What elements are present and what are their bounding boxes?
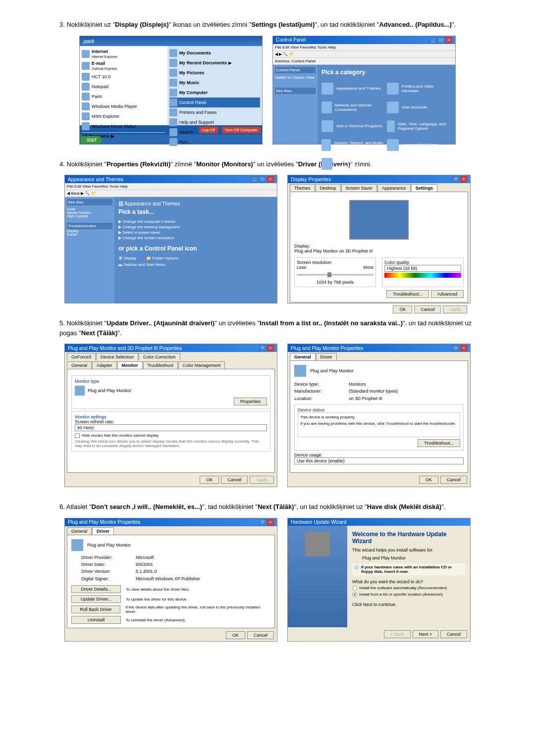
sm-help[interactable]: Help and Support	[169, 117, 260, 127]
sm-mm[interactable]: Windows Movie Maker	[82, 121, 165, 131]
cancel-button[interactable]: Cancel	[414, 305, 441, 313]
task-link[interactable]: ▶ Change the computer's theme	[118, 219, 273, 224]
minimize-icon[interactable]: _	[251, 176, 258, 182]
resolution-slider[interactable]	[297, 274, 374, 276]
tab-driver[interactable]: Driver	[92, 527, 114, 535]
menu-bar[interactable]: File Edit View Favorites Tools Help	[65, 183, 277, 190]
toolbar[interactable]: ◀ ▶ 🔍 📁	[273, 51, 455, 58]
cancel-button[interactable]: Cancel	[247, 631, 274, 639]
cat-users[interactable]: User Accounts	[387, 101, 451, 113]
side-link[interactable]: High Contrast	[67, 214, 112, 218]
tab-general[interactable]: General	[67, 361, 92, 369]
tab-colorcorr[interactable]: Color Correction	[139, 353, 180, 360]
sm-mycomp[interactable]: My Computer	[169, 88, 260, 98]
tab-geforce[interactable]: GeForce3	[67, 353, 96, 360]
rollback-button[interactable]: Roll Back Driver	[71, 605, 120, 613]
sm-recent[interactable]: My Recent Documents ▶	[169, 58, 260, 68]
close-icon[interactable]: ×	[267, 345, 274, 351]
maximize-icon[interactable]: □	[259, 176, 266, 182]
tab-screensaver[interactable]: Screen Saver	[341, 184, 377, 192]
start-button[interactable]: start	[81, 136, 102, 144]
cat-accessibility[interactable]: Accessibility Options	[387, 139, 451, 151]
sm-control-panel[interactable]: Control Panel	[169, 98, 260, 107]
menu-bar[interactable]: File Edit View Favorites Tools Help	[273, 44, 455, 51]
tab-colormgmt[interactable]: Color Management	[178, 361, 225, 369]
advanced-button[interactable]: Advanced	[431, 290, 464, 298]
sm-music[interactable]: My Music	[169, 78, 260, 88]
side-link[interactable]: Mouse Pointers	[67, 211, 112, 214]
sm-internet[interactable]: InternetInternet Explorer	[82, 48, 165, 60]
refresh-rate-dropdown[interactable]: 60 Hertz	[75, 424, 267, 431]
tab-devsel[interactable]: Device Selection	[96, 353, 138, 360]
address-bar[interactable]: Address: Control Panel	[273, 58, 455, 65]
cat-performance[interactable]: Performance and Maintenance	[321, 158, 386, 170]
tab-appearance[interactable]: Appearance	[377, 184, 411, 192]
sm-printers[interactable]: Printers and Faxes	[169, 107, 260, 117]
task-link[interactable]: ▶ Change the screen resolution	[118, 236, 273, 240]
sm-paint[interactable]: Paint	[82, 92, 165, 101]
hide-modes-checkbox[interactable]	[75, 433, 80, 438]
troubleshoot-button[interactable]: Troubleshoot...	[386, 290, 429, 298]
sm-msn[interactable]: MSN Explorer	[82, 111, 165, 121]
cat-datetime[interactable]: Date, Time, Language, and Regional Optio…	[387, 120, 451, 132]
tab-troubleshoot[interactable]: Troubleshoot	[143, 361, 178, 369]
cp-icon-folder[interactable]: 📁 Folder Options	[146, 256, 178, 260]
sm-pics[interactable]: My Pictures	[169, 68, 260, 78]
help-icon[interactable]: ?	[259, 519, 266, 525]
task-link[interactable]: ▶ Select a screen saver	[118, 230, 273, 235]
sm-run[interactable]: Run...	[169, 137, 260, 147]
radio-advanced[interactable]: Install from a list or specific location…	[352, 592, 465, 597]
properties-button[interactable]: Properties	[234, 398, 267, 405]
sm-mydocs[interactable]: My Documents	[169, 48, 260, 58]
ok-button[interactable]: OK	[200, 476, 219, 484]
back-button[interactable]: < Back	[384, 630, 411, 638]
uninstall-button[interactable]: Uninstall	[71, 616, 121, 624]
ok-button[interactable]: OK	[226, 631, 245, 639]
sm-email[interactable]: E-mailOutlook Express	[82, 60, 165, 72]
maximize-icon[interactable]: □	[437, 37, 444, 43]
help-icon[interactable]: ?	[452, 176, 459, 182]
tab-adapter[interactable]: Adapter	[92, 361, 117, 369]
cat-sounds[interactable]: Sounds, Speech, and Audio Devices	[321, 139, 386, 151]
tab-desktop[interactable]: Desktop	[316, 184, 341, 192]
cp-icon-display[interactable]: 🖥 Display	[118, 256, 136, 260]
logoff-button[interactable]: Log Off	[199, 127, 218, 133]
close-icon[interactable]: ×	[460, 176, 467, 182]
close-icon[interactable]: ×	[460, 345, 467, 351]
device-usage-dropdown[interactable]: Use this device (enable)	[294, 457, 464, 464]
color-quality-dropdown[interactable]: Highest (32 bit)	[384, 265, 461, 272]
close-icon[interactable]: ×	[267, 176, 274, 182]
ok-button[interactable]: OK	[419, 476, 438, 484]
sm-wmp[interactable]: Windows Media Player	[82, 101, 165, 111]
cancel-button[interactable]: Cancel	[440, 476, 467, 484]
cancel-button[interactable]: Cancel	[221, 476, 248, 484]
apply-button[interactable]: Apply	[443, 305, 467, 313]
cat-printers[interactable]: Printers and Other Hardware	[387, 83, 451, 95]
cp-icon-taskbar[interactable]: ▬ Taskbar and Start Menu	[118, 262, 273, 267]
toolbar[interactable]: ◀ Back ▶ 🔍 📁	[65, 190, 277, 197]
driver-details-button[interactable]: Driver Details...	[71, 585, 121, 593]
sm-hct[interactable]: HCT 10.0	[82, 72, 165, 82]
cancel-button[interactable]: Cancel	[440, 630, 467, 638]
cat-network[interactable]: Network and Internet Connections	[321, 101, 386, 113]
side-link[interactable]: Fonts	[67, 207, 112, 211]
tab-driver[interactable]: Driver	[316, 353, 337, 360]
task-link[interactable]: ▶ Change the desktop background	[118, 225, 273, 229]
side-link[interactable]: Sound	[67, 233, 112, 236]
minimize-icon[interactable]: _	[429, 37, 436, 43]
close-icon[interactable]: ×	[445, 37, 452, 43]
radio-auto[interactable]: Install the software automatically (Reco…	[352, 586, 465, 591]
apply-button[interactable]: Apply	[250, 476, 274, 484]
sm-notepad[interactable]: Notepad	[82, 82, 165, 92]
help-icon[interactable]: ?	[452, 345, 459, 351]
tab-themes[interactable]: Themes	[290, 184, 315, 192]
ok-button[interactable]: OK	[393, 305, 412, 313]
update-driver-button[interactable]: Update Driver...	[71, 595, 121, 603]
tab-monitor[interactable]: Monitor	[117, 361, 143, 369]
tab-general[interactable]: General	[67, 527, 92, 535]
help-icon[interactable]: ?	[259, 345, 266, 351]
close-icon[interactable]: ×	[267, 519, 274, 525]
turnoff-button[interactable]: Turn Off Computer	[222, 127, 261, 133]
cat-appearance[interactable]: Appearance and Themes	[321, 83, 386, 95]
cat-addremove[interactable]: Add or Remove Programs	[321, 120, 386, 132]
